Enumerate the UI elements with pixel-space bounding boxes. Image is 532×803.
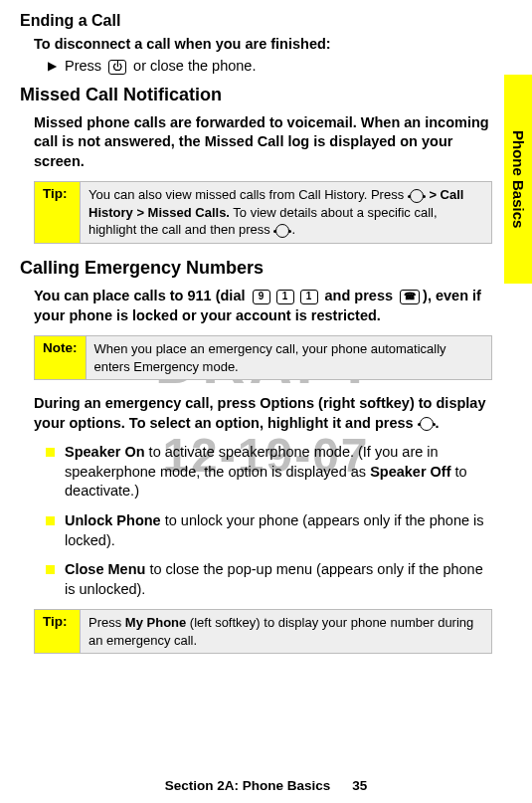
during-3: . <box>436 415 440 431</box>
note-label: Note: <box>35 336 87 379</box>
nav-key-icon <box>275 224 289 238</box>
square-bullet-icon <box>46 516 55 525</box>
ending-action-prefix: Press <box>65 58 105 74</box>
ending-action: ▶ Press ⏻ or close the phone. <box>48 58 492 75</box>
tip-body: You can also view missed calls from Call… <box>81 182 491 243</box>
talk-key-icon: ☎ <box>400 290 420 304</box>
square-bullet-icon <box>46 565 55 574</box>
during-1: During an emergency call, press <box>34 395 260 411</box>
tip1-arrow: > <box>426 187 441 202</box>
emergency-prefix: You can place calls to 911 (dial <box>34 288 250 303</box>
heading-ending-call: Ending a Call <box>20 12 492 30</box>
tip-body: Press My Phone (left softkey) to display… <box>81 610 491 653</box>
item-lead: Speaker On <box>65 444 145 460</box>
digit-key-icon: 1 <box>300 290 318 304</box>
nav-key-icon <box>420 417 434 431</box>
item-lead: Unlock Phone <box>65 512 161 528</box>
list-item: Close Menu to close the pop-up menu (app… <box>46 560 492 599</box>
item-lead: Close Menu <box>65 561 145 577</box>
digit-key-icon: 9 <box>253 290 270 304</box>
options-label: Options <box>260 395 314 411</box>
note-callout: Note: When you place an emergency call, … <box>34 335 492 380</box>
triangle-bullet-icon: ▶ <box>48 59 57 73</box>
heading-missed-call: Missed Call Notification <box>20 85 492 105</box>
tip1-text1: You can also view missed calls from Call… <box>89 187 408 202</box>
emergency-body: You can place calls to 911 (dial 911 and… <box>34 287 492 325</box>
tip2-bold: My Phone <box>125 615 186 630</box>
footer-section: Section 2A: Phone Basics <box>165 778 331 793</box>
item-bold2: Speaker Off <box>370 464 450 480</box>
tip-callout-1: Tip: You can also view missed calls from… <box>34 181 492 244</box>
list-item: Unlock Phone to unlock your phone (appea… <box>46 511 492 550</box>
heading-emergency: Calling Emergency Numbers <box>20 258 492 279</box>
options-list: Speaker On to activate speakerphone mode… <box>46 443 492 599</box>
during-call-body: During an emergency call, press Options … <box>34 394 492 433</box>
note-body: When you place an emergency call, your p… <box>87 336 492 379</box>
nav-key-icon <box>410 189 424 203</box>
tip2-prefix: Press <box>89 615 125 630</box>
tip-label: Tip: <box>35 182 81 243</box>
tip-callout-2: Tip: Press My Phone (left softkey) to di… <box>34 609 492 654</box>
list-item: Speaker On to activate speakerphone mode… <box>46 443 492 502</box>
page-number: 35 <box>352 778 367 793</box>
ending-action-suffix: or close the phone. <box>129 58 256 74</box>
section-tab: Phone Basics <box>504 75 532 284</box>
emergency-mid: and press <box>321 288 398 303</box>
section-tab-label: Phone Basics <box>510 130 527 228</box>
tip-label: Tip: <box>35 610 81 653</box>
square-bullet-icon <box>46 448 55 457</box>
page-footer: Section 2A: Phone Basics 35 <box>0 778 532 793</box>
digit-key-icon: 1 <box>276 290 294 304</box>
end-key-icon: ⏻ <box>108 60 126 75</box>
ending-instruction: To disconnect a call when you are finish… <box>34 36 492 52</box>
missed-call-body: Missed phone calls are forwarded to voic… <box>34 113 492 172</box>
